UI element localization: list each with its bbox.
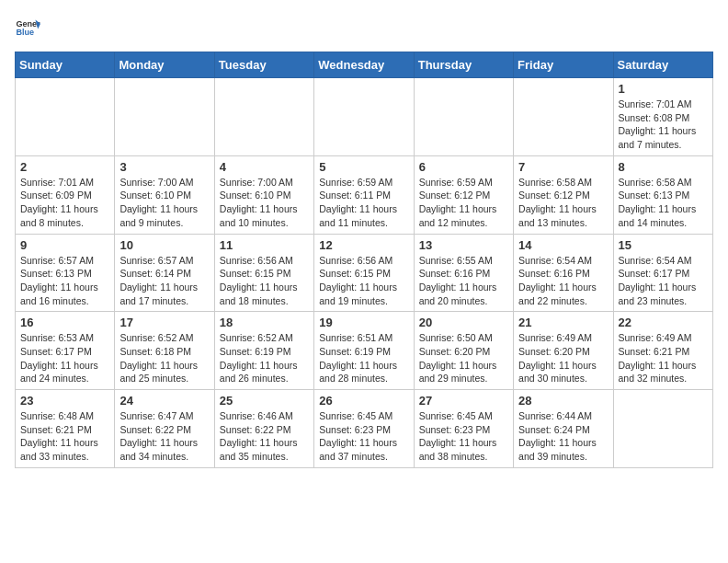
calendar-cell: 6Sunrise: 6:59 AMSunset: 6:12 PMDaylight… <box>414 155 513 234</box>
day-info: Sunrise: 6:57 AMSunset: 6:13 PMDaylight:… <box>20 254 109 308</box>
calendar-cell: 14Sunrise: 6:54 AMSunset: 6:16 PMDayligh… <box>514 234 613 312</box>
calendar-cell: 21Sunrise: 6:49 AMSunset: 6:20 PMDayligh… <box>514 312 613 390</box>
day-info: Sunrise: 6:59 AMSunset: 6:12 PMDaylight:… <box>419 176 508 230</box>
day-info: Sunrise: 6:51 AMSunset: 6:19 PMDaylight:… <box>319 331 408 385</box>
calendar-cell: 25Sunrise: 6:46 AMSunset: 6:22 PMDayligh… <box>214 390 313 468</box>
day-header-friday: Friday <box>514 52 613 78</box>
day-header-thursday: Thursday <box>414 52 513 78</box>
calendar-cell: 8Sunrise: 6:58 AMSunset: 6:13 PMDaylight… <box>613 155 712 234</box>
day-number: 12 <box>319 238 408 252</box>
day-number: 20 <box>419 316 508 329</box>
day-info: Sunrise: 6:57 AMSunset: 6:14 PMDaylight:… <box>119 254 209 308</box>
day-number: 9 <box>20 238 109 252</box>
calendar-cell <box>514 78 613 156</box>
day-number: 15 <box>619 238 708 252</box>
day-number: 4 <box>220 160 309 174</box>
day-info: Sunrise: 7:01 AMSunset: 6:09 PMDaylight:… <box>20 176 109 230</box>
calendar-cell <box>613 390 712 468</box>
day-header-tuesday: Tuesday <box>214 52 313 78</box>
day-number: 3 <box>119 160 209 174</box>
calendar-cell: 2Sunrise: 7:01 AMSunset: 6:09 PMDaylight… <box>16 155 115 234</box>
day-number: 13 <box>419 238 508 252</box>
calendar-cell: 13Sunrise: 6:55 AMSunset: 6:16 PMDayligh… <box>414 234 513 312</box>
calendar-cell <box>214 78 313 156</box>
day-number: 19 <box>319 316 408 329</box>
day-info: Sunrise: 6:59 AMSunset: 6:11 PMDaylight:… <box>319 176 408 230</box>
calendar-cell: 10Sunrise: 6:57 AMSunset: 6:14 PMDayligh… <box>115 234 214 312</box>
calendar-cell: 9Sunrise: 6:57 AMSunset: 6:13 PMDaylight… <box>16 234 115 312</box>
calendar-week-row: 23Sunrise: 6:48 AMSunset: 6:21 PMDayligh… <box>16 390 713 468</box>
day-info: Sunrise: 6:53 AMSunset: 6:17 PMDaylight:… <box>20 331 109 385</box>
calendar-cell: 16Sunrise: 6:53 AMSunset: 6:17 PMDayligh… <box>16 312 115 390</box>
calendar-cell <box>414 78 513 156</box>
day-number: 6 <box>419 160 508 174</box>
calendar-week-row: 16Sunrise: 6:53 AMSunset: 6:17 PMDayligh… <box>16 312 713 390</box>
calendar-cell <box>16 78 115 156</box>
day-header-monday: Monday <box>115 52 214 78</box>
day-header-sunday: Sunday <box>16 52 115 78</box>
calendar-cell: 12Sunrise: 6:56 AMSunset: 6:15 PMDayligh… <box>314 234 414 312</box>
day-info: Sunrise: 6:45 AMSunset: 6:23 PMDaylight:… <box>319 409 408 464</box>
day-info: Sunrise: 6:47 AMSunset: 6:22 PMDaylight:… <box>119 409 209 464</box>
calendar-cell: 17Sunrise: 6:52 AMSunset: 6:18 PMDayligh… <box>115 312 214 390</box>
logo: General Blue <box>15 15 40 40</box>
calendar-cell: 22Sunrise: 6:49 AMSunset: 6:21 PMDayligh… <box>613 312 712 390</box>
calendar-cell: 19Sunrise: 6:51 AMSunset: 6:19 PMDayligh… <box>314 312 414 390</box>
day-info: Sunrise: 6:55 AMSunset: 6:16 PMDaylight:… <box>419 254 508 308</box>
calendar-table: SundayMondayTuesdayWednesdayThursdayFrid… <box>15 52 713 468</box>
day-info: Sunrise: 6:46 AMSunset: 6:22 PMDaylight:… <box>220 409 309 464</box>
day-info: Sunrise: 7:00 AMSunset: 6:10 PMDaylight:… <box>220 176 309 230</box>
calendar-cell: 5Sunrise: 6:59 AMSunset: 6:11 PMDaylight… <box>314 155 414 234</box>
calendar-cell: 1Sunrise: 7:01 AMSunset: 6:08 PMDaylight… <box>613 78 712 156</box>
day-info: Sunrise: 6:56 AMSunset: 6:15 PMDaylight:… <box>220 254 309 308</box>
day-info: Sunrise: 7:01 AMSunset: 6:08 PMDaylight:… <box>619 98 708 152</box>
day-info: Sunrise: 6:50 AMSunset: 6:20 PMDaylight:… <box>419 331 508 385</box>
calendar-cell: 11Sunrise: 6:56 AMSunset: 6:15 PMDayligh… <box>214 234 313 312</box>
day-number: 2 <box>20 160 109 174</box>
calendar-cell: 18Sunrise: 6:52 AMSunset: 6:19 PMDayligh… <box>214 312 313 390</box>
day-info: Sunrise: 6:52 AMSunset: 6:18 PMDaylight:… <box>119 331 209 385</box>
day-number: 25 <box>220 394 309 408</box>
day-number: 10 <box>119 238 209 252</box>
day-number: 24 <box>119 394 209 408</box>
day-info: Sunrise: 7:00 AMSunset: 6:10 PMDaylight:… <box>119 176 209 230</box>
calendar-cell <box>115 78 214 156</box>
calendar-cell: 26Sunrise: 6:45 AMSunset: 6:23 PMDayligh… <box>314 390 414 468</box>
day-header-saturday: Saturday <box>613 52 712 78</box>
day-info: Sunrise: 6:54 AMSunset: 6:17 PMDaylight:… <box>619 254 708 308</box>
day-number: 1 <box>619 82 708 96</box>
calendar-cell: 4Sunrise: 7:00 AMSunset: 6:10 PMDaylight… <box>214 155 313 234</box>
day-number: 16 <box>20 316 109 329</box>
calendar-week-row: 2Sunrise: 7:01 AMSunset: 6:09 PMDaylight… <box>16 155 713 234</box>
calendar-cell: 27Sunrise: 6:45 AMSunset: 6:23 PMDayligh… <box>414 390 513 468</box>
day-number: 8 <box>619 160 708 174</box>
day-number: 21 <box>518 316 608 329</box>
svg-text:Blue: Blue <box>16 28 34 37</box>
day-number: 28 <box>518 394 608 408</box>
day-number: 26 <box>319 394 408 408</box>
day-info: Sunrise: 6:54 AMSunset: 6:16 PMDaylight:… <box>518 254 608 308</box>
calendar-cell: 23Sunrise: 6:48 AMSunset: 6:21 PMDayligh… <box>16 390 115 468</box>
day-info: Sunrise: 6:52 AMSunset: 6:19 PMDaylight:… <box>220 331 309 385</box>
day-info: Sunrise: 6:58 AMSunset: 6:12 PMDaylight:… <box>518 176 608 230</box>
day-number: 18 <box>220 316 309 329</box>
day-info: Sunrise: 6:48 AMSunset: 6:21 PMDaylight:… <box>20 409 109 464</box>
header: General Blue <box>15 15 713 40</box>
calendar-cell: 28Sunrise: 6:44 AMSunset: 6:24 PMDayligh… <box>514 390 613 468</box>
day-number: 27 <box>419 394 508 408</box>
day-number: 5 <box>319 160 408 174</box>
logo-icon: General Blue <box>15 15 40 40</box>
day-number: 22 <box>619 316 708 329</box>
day-number: 17 <box>119 316 209 329</box>
calendar-cell: 20Sunrise: 6:50 AMSunset: 6:20 PMDayligh… <box>414 312 513 390</box>
calendar-header-row: SundayMondayTuesdayWednesdayThursdayFrid… <box>16 52 713 78</box>
day-info: Sunrise: 6:44 AMSunset: 6:24 PMDaylight:… <box>518 409 608 464</box>
day-info: Sunrise: 6:49 AMSunset: 6:20 PMDaylight:… <box>518 331 608 385</box>
calendar-cell <box>314 78 414 156</box>
day-number: 23 <box>20 394 109 408</box>
calendar-cell: 15Sunrise: 6:54 AMSunset: 6:17 PMDayligh… <box>613 234 712 312</box>
day-info: Sunrise: 6:56 AMSunset: 6:15 PMDaylight:… <box>319 254 408 308</box>
day-info: Sunrise: 6:58 AMSunset: 6:13 PMDaylight:… <box>619 176 708 230</box>
calendar-cell: 3Sunrise: 7:00 AMSunset: 6:10 PMDaylight… <box>115 155 214 234</box>
calendar-week-row: 1Sunrise: 7:01 AMSunset: 6:08 PMDaylight… <box>16 78 713 156</box>
